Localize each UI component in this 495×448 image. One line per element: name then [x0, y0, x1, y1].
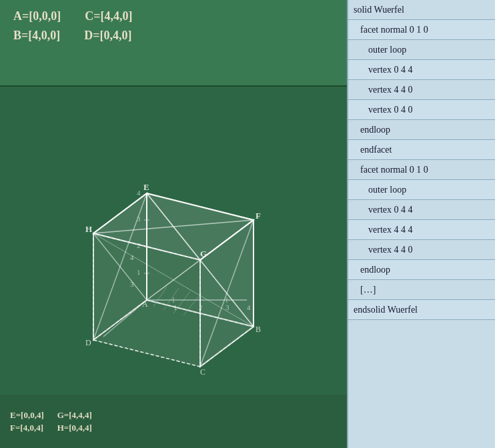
bottom-formula-left: E=[0,0,4]F=[4,0,4] — [10, 409, 44, 435]
code-panel: solid Wuerfelfacet normal 0 1 0outer loo… — [347, 0, 495, 448]
svg-text:4: 4 — [137, 189, 141, 197]
code-row: vertex 0 4 4 — [348, 60, 495, 80]
bottom-formulas: E=[0,0,4]F=[4,0,4] G=[4,4,4]H=[0,4,4] — [0, 395, 347, 448]
formula-line1: A=[0,0,0] C=[4,4,0] — [13, 7, 334, 26]
cube-drawing: 1 2 3 4 1 2 3 4 — [0, 87, 347, 395]
code-row: vertex 0 4 4 — [348, 200, 495, 220]
svg-text:E: E — [143, 182, 149, 192]
svg-text:H: H — [85, 224, 92, 234]
code-row: vertex 0 4 0 — [348, 100, 495, 120]
svg-text:C: C — [200, 367, 205, 377]
svg-text:G: G — [200, 249, 207, 259]
code-row: vertex 4 4 0 — [348, 80, 495, 100]
chalkboard-area: A=[0,0,0] C=[4,4,0] B=[4,0,0] D=[0,4,0] — [0, 0, 347, 448]
code-row: outer loop — [348, 180, 495, 200]
code-row: outer loop — [348, 40, 495, 60]
code-row: endsolid Wuerfel — [348, 300, 495, 320]
svg-text:4: 4 — [130, 253, 134, 261]
code-row: facet normal 0 1 0 — [348, 20, 495, 40]
code-row: vertex 4 4 4 — [348, 220, 495, 240]
svg-text:A: A — [142, 299, 148, 309]
svg-text:D: D — [85, 338, 91, 347]
svg-text:3: 3 — [130, 280, 134, 288]
code-row: endloop — [348, 120, 495, 140]
bottom-formula-right: G=[4,4,4]H=[0,4,4] — [57, 409, 92, 435]
svg-text:B: B — [256, 325, 261, 334]
code-row: facet normal 0 1 0 — [348, 160, 495, 180]
code-row: […] — [348, 280, 495, 300]
code-row: solid Wuerfel — [348, 0, 495, 20]
formula-line2: B=[4,0,0] D=[0,4,0] — [13, 26, 334, 45]
formula-area: A=[0,0,0] C=[4,4,0] B=[4,0,0] D=[0,4,0] — [0, 0, 347, 87]
code-row: endfacet — [348, 140, 495, 160]
code-row: vertex 4 4 0 — [348, 240, 495, 260]
svg-text:F: F — [256, 211, 261, 221]
drawing-area: 1 2 3 4 1 2 3 4 — [0, 87, 347, 395]
code-row: endloop — [348, 260, 495, 280]
